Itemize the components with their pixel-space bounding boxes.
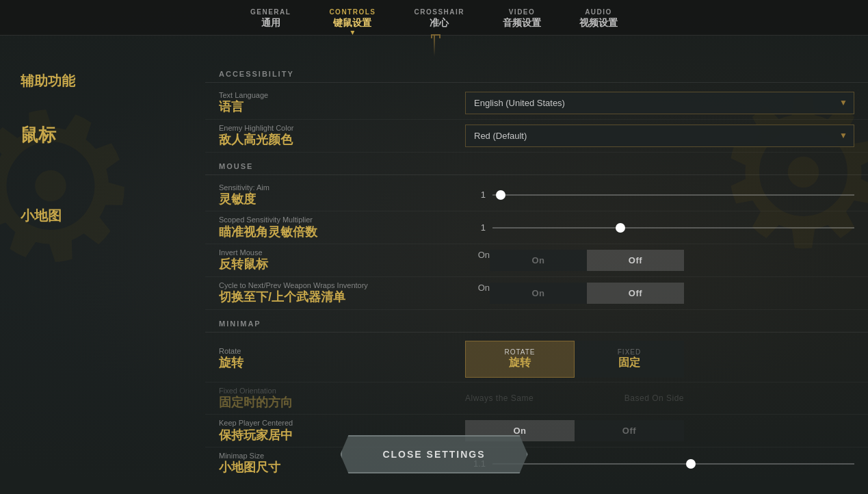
accessibility-header: ACCESSIBILITY [205,63,868,83]
close-settings-button[interactable]: CLOSE SETTINGS [340,435,527,473]
setting-invert-mouse: Invert Mouse 反转鼠标 On On Off [205,244,868,277]
sidebar-section-minimap: 小地图 [21,207,205,224]
invert-mouse-current-value: On [465,250,490,271]
slider-scoped-sensitivity[interactable] [492,227,854,229]
control-text-language: English (United States) 中文(简体) 中文(繁體) 日本… [465,92,854,114]
setting-text-language: Text Language 语言 English (United States)… [205,87,868,120]
setting-fixed-orientation: Fixed Orientation 固定时的方向 Always the Same… [205,382,868,415]
setting-sensitivity-aim: Sensitivity: Aim 灵敏度 1 [205,179,868,212]
mouse-header: MOUSE [205,155,868,175]
label-enemy-highlight-en: Enemy Highlight Color [219,124,465,133]
cycle-weapon-current-value: On [465,283,490,304]
orient-options: Always the Same Based On Side [465,393,684,403]
label-sensitivity-aim-cn: 灵敏度 [219,192,465,207]
tab-audio[interactable]: AUDIO 视频设置 [560,5,637,35]
dropdown-text-language-wrap: English (United States) 中文(简体) 中文(繁體) 日本… [465,92,854,114]
invert-mouse-on-btn[interactable]: On [490,250,587,271]
setting-keep-centered: Keep Player Centered 保持玩家居中 On Off [205,415,868,447]
label-enemy-highlight: Enemy Highlight Color 敌人高光颜色 [219,124,465,148]
cycle-weapon-on-btn[interactable]: On [490,283,587,304]
sidebar-section-accessibility: 辅助功能 [21,73,205,89]
setting-rotate: Rotate 旋转 Rotate 旋转 Fixed 固定 [205,337,868,382]
label-fixed-orientation-en: Fixed Orientation [219,387,465,395]
slider-scoped-value: 1 [465,222,486,233]
label-scoped-sensitivity-en: Scoped Sensitivity Multiplier [219,216,465,224]
label-cycle-weapon-en: Cycle to Next/Prev Weapon Wraps Inventor… [219,281,465,290]
tab-controls[interactable]: CONTROLS 键鼠设置 [310,5,395,35]
label-text-language: Text Language 语言 [219,91,465,115]
main-content: 辅助功能 鼠标 小地图 ACCESSIBILITY Text Language … [0,56,868,478]
rotate-toggle-wrap: Rotate 旋转 Fixed 固定 [465,341,684,378]
label-invert-mouse: Invert Mouse 反转鼠标 [219,248,465,272]
section-accessibility: ACCESSIBILITY Text Language 语言 English (… [205,63,868,153]
toggle-cycle-weapon-wrap: On On Off [465,283,684,304]
label-rotate: Rotate 旋转 [219,347,465,371]
orient-option-always: Always the Same [465,393,534,403]
setting-enemy-highlight: Enemy Highlight Color 敌人高光颜色 Red (Defaul… [205,120,868,153]
slider-sensitivity-aim-wrap: 1 [465,190,854,200]
minimap-header: MINIMAP [205,313,868,333]
label-rotate-cn: 旋转 [219,356,465,371]
label-fixed-orientation-cn: 固定时的方向 [219,395,465,411]
cycle-weapon-off-btn[interactable]: Off [587,283,684,304]
setting-cycle-weapon: Cycle to Next/Prev Weapon Wraps Inventor… [205,277,868,310]
control-invert-mouse: On On Off [465,250,854,271]
slider-minimap-size[interactable] [492,463,854,465]
control-enemy-highlight: Red (Default) Yellow Purple Green ▼ [465,125,854,147]
control-scoped-sensitivity: 1 [465,222,854,233]
label-rotate-en: Rotate [219,347,465,356]
label-cycle-weapon: Cycle to Next/Prev Weapon Wraps Inventor… [219,281,465,305]
label-keep-centered-en: Keep Player Centered [219,419,465,428]
label-scoped-sensitivity-cn: 瞄准视角灵敏倍数 [219,225,465,240]
slider-sensitivity-aim[interactable] [492,194,854,196]
rotate-btn-fixed-cn: 固定 [585,356,674,370]
tab-video[interactable]: VIDEO 音频设置 [484,5,560,35]
control-fixed-orientation: Always the Same Based On Side [465,393,854,403]
rotate-btn-fixed-en: Fixed [585,348,674,356]
setting-scoped-sensitivity: Scoped Sensitivity Multiplier 瞄准视角灵敏倍数 1 [205,211,868,244]
connector-line [434,36,435,56]
label-sensitivity-aim: Sensitivity: Aim 灵敏度 [219,183,465,207]
close-settings-button-wrap: CLOSE SETTINGS [340,435,527,473]
label-enemy-highlight-cn: 敌人高光颜色 [219,133,465,148]
toggle-invert-mouse-wrap: On On Off [465,250,684,271]
sidebar-label-mouse: 鼠标 [21,125,205,146]
sidebar-label-minimap: 小地图 [21,207,205,224]
label-scoped-sensitivity: Scoped Sensitivity Multiplier 瞄准视角灵敏倍数 [219,216,465,239]
sidebar: 辅助功能 鼠标 小地图 [0,56,205,478]
label-invert-mouse-en: Invert Mouse [219,248,465,257]
orient-option-side: Based On Side [624,393,684,403]
tab-crosshair[interactable]: CROSSHAIR 准心 [395,5,484,35]
slider-sensitivity-aim-value: 1 [465,190,486,200]
dropdown-enemy-highlight[interactable]: Red (Default) Yellow Purple Green [465,125,854,147]
section-minimap: MINIMAP Rotate 旋转 Rotate 旋转 Fixed [205,313,868,478]
rotate-btn-rotate-en: Rotate [475,348,564,356]
settings-panel: ACCESSIBILITY Text Language 语言 English (… [205,56,868,478]
top-navigation: GENERAL 通用 CONTROLS 键鼠设置 CROSSHAIR 准心 VI… [0,0,868,36]
nav-connector [0,36,868,56]
invert-mouse-off-btn[interactable]: Off [587,250,684,271]
label-text-language-cn: 语言 [219,100,465,115]
control-sensitivity-aim: 1 [465,190,854,200]
label-text-language-en: Text Language [219,91,465,100]
tab-general[interactable]: GENERAL 通用 [231,5,310,35]
control-cycle-weapon: On On Off [465,283,854,304]
sidebar-label-accessibility: 辅助功能 [21,73,205,89]
label-invert-mouse-cn: 反转鼠标 [219,257,465,272]
label-fixed-orientation: Fixed Orientation 固定时的方向 [219,387,465,411]
rotate-btn-fixed[interactable]: Fixed 固定 [575,341,684,378]
sidebar-section-mouse: 鼠标 [21,125,205,146]
label-sensitivity-aim-en: Sensitivity: Aim [219,183,465,192]
label-cycle-weapon-cn: 切换至下/上个武器清单 [219,290,465,305]
slider-scoped-wrap: 1 [465,222,854,233]
dropdown-enemy-highlight-wrap: Red (Default) Yellow Purple Green ▼ [465,125,854,147]
section-mouse: MOUSE Sensitivity: Aim 灵敏度 1 Scoped Sens… [205,155,868,310]
control-rotate: Rotate 旋转 Fixed 固定 [465,341,854,378]
dropdown-text-language[interactable]: English (United States) 中文(简体) 中文(繁體) 日本… [465,92,854,114]
rotate-btn-rotate-cn: 旋转 [475,356,564,370]
keep-centered-off-btn[interactable]: Off [575,420,684,441]
rotate-btn-rotate[interactable]: Rotate 旋转 [465,341,575,378]
setting-minimap-size: Minimap Size 小地图尺寸 1.1 [205,447,868,478]
